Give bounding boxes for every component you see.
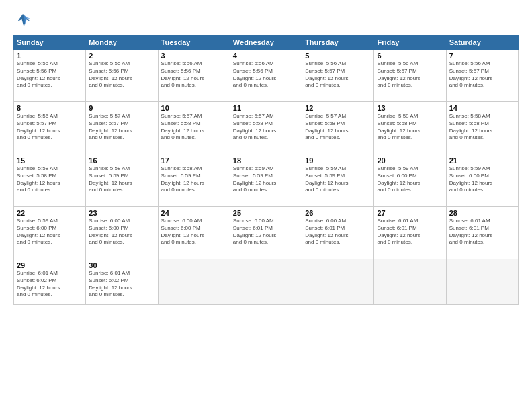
day-number: 19 (305, 156, 371, 165)
day-number: 11 (233, 104, 299, 112)
day-number: 17 (161, 156, 227, 165)
calendar-week-4: 29Sunrise: 6:01 AM Sunset: 6:02 PM Dayli… (14, 259, 519, 305)
calendar-cell: 12Sunrise: 5:57 AM Sunset: 5:58 PM Dayli… (302, 102, 374, 154)
day-number: 13 (377, 104, 443, 112)
calendar-header-sunday: Sunday (14, 36, 86, 50)
calendar-cell: 20Sunrise: 5:59 AM Sunset: 6:00 PM Dayli… (374, 154, 446, 207)
day-info: Sunrise: 5:56 AM Sunset: 5:56 PM Dayligh… (233, 60, 299, 89)
calendar-cell (446, 259, 518, 305)
calendar-cell: 26Sunrise: 6:00 AM Sunset: 6:01 PM Dayli… (302, 207, 374, 259)
day-info: Sunrise: 5:59 AM Sunset: 6:00 PM Dayligh… (17, 218, 83, 246)
calendar-cell (374, 259, 446, 305)
calendar-table: SundayMondayTuesdayWednesdayThursdayFrid… (13, 35, 519, 305)
day-number: 26 (305, 209, 371, 217)
day-number: 21 (449, 156, 515, 165)
day-info: Sunrise: 5:56 AM Sunset: 5:57 PM Dayligh… (305, 60, 371, 89)
day-info: Sunrise: 6:00 AM Sunset: 6:00 PM Dayligh… (89, 218, 154, 246)
day-number: 30 (89, 261, 154, 269)
day-number: 6 (377, 52, 443, 60)
day-info: Sunrise: 5:57 AM Sunset: 5:58 PM Dayligh… (161, 113, 227, 142)
day-info: Sunrise: 5:57 AM Sunset: 5:58 PM Dayligh… (233, 113, 299, 142)
day-number: 23 (89, 209, 154, 217)
calendar-cell: 15Sunrise: 5:58 AM Sunset: 5:58 PM Dayli… (14, 154, 86, 207)
calendar-cell: 5Sunrise: 5:56 AM Sunset: 5:57 PM Daylig… (302, 50, 374, 102)
calendar-week-0: 1Sunrise: 5:55 AM Sunset: 5:56 PM Daylig… (14, 50, 519, 102)
calendar-cell: 19Sunrise: 5:59 AM Sunset: 5:59 PM Dayli… (302, 154, 374, 207)
calendar-cell: 11Sunrise: 5:57 AM Sunset: 5:58 PM Dayli… (230, 102, 302, 154)
day-info: Sunrise: 5:58 AM Sunset: 5:58 PM Dayligh… (17, 165, 83, 194)
day-number: 29 (17, 261, 83, 269)
day-info: Sunrise: 6:01 AM Sunset: 6:02 PM Dayligh… (89, 270, 154, 299)
calendar-cell: 24Sunrise: 6:00 AM Sunset: 6:00 PM Dayli… (158, 207, 230, 259)
day-info: Sunrise: 5:56 AM Sunset: 5:56 PM Dayligh… (161, 60, 227, 89)
day-number: 8 (17, 104, 83, 112)
day-number: 1 (17, 52, 83, 60)
day-info: Sunrise: 6:01 AM Sunset: 6:01 PM Dayligh… (377, 218, 443, 246)
calendar-cell: 25Sunrise: 6:00 AM Sunset: 6:01 PM Dayli… (230, 207, 302, 259)
calendar-cell: 17Sunrise: 5:58 AM Sunset: 5:59 PM Dayli… (158, 154, 230, 207)
day-info: Sunrise: 6:01 AM Sunset: 6:02 PM Dayligh… (17, 270, 83, 299)
calendar-cell: 3Sunrise: 5:56 AM Sunset: 5:56 PM Daylig… (158, 50, 230, 102)
calendar-cell: 8Sunrise: 5:56 AM Sunset: 5:57 PM Daylig… (14, 102, 86, 154)
calendar-cell: 29Sunrise: 6:01 AM Sunset: 6:02 PM Dayli… (14, 259, 86, 305)
day-info: Sunrise: 6:01 AM Sunset: 6:01 PM Dayligh… (449, 218, 515, 246)
calendar-header-friday: Friday (374, 36, 446, 50)
day-info: Sunrise: 6:00 AM Sunset: 6:00 PM Dayligh… (161, 218, 227, 246)
calendar-cell: 22Sunrise: 5:59 AM Sunset: 6:00 PM Dayli… (14, 207, 86, 259)
calendar-cell: 16Sunrise: 5:58 AM Sunset: 5:59 PM Dayli… (86, 154, 158, 207)
calendar-header-wednesday: Wednesday (230, 36, 302, 50)
calendar-cell: 14Sunrise: 5:58 AM Sunset: 5:58 PM Dayli… (446, 102, 518, 154)
calendar-cell: 27Sunrise: 6:01 AM Sunset: 6:01 PM Dayli… (374, 207, 446, 259)
calendar-cell: 6Sunrise: 5:56 AM Sunset: 5:57 PM Daylig… (374, 50, 446, 102)
day-number: 20 (377, 156, 443, 165)
calendar-header-tuesday: Tuesday (158, 36, 230, 50)
day-info: Sunrise: 5:57 AM Sunset: 5:58 PM Dayligh… (305, 113, 371, 142)
day-number: 16 (89, 156, 154, 165)
calendar-cell: 4Sunrise: 5:56 AM Sunset: 5:56 PM Daylig… (230, 50, 302, 102)
page: SundayMondayTuesdayWednesdayThursdayFrid… (0, 0, 532, 411)
calendar-cell: 1Sunrise: 5:55 AM Sunset: 5:56 PM Daylig… (14, 50, 86, 102)
day-info: Sunrise: 6:00 AM Sunset: 6:01 PM Dayligh… (305, 218, 371, 246)
calendar-cell: 18Sunrise: 5:59 AM Sunset: 5:59 PM Dayli… (230, 154, 302, 207)
day-number: 15 (17, 156, 83, 165)
calendar-cell (230, 259, 302, 305)
day-info: Sunrise: 5:57 AM Sunset: 5:57 PM Dayligh… (89, 113, 154, 142)
day-number: 5 (305, 52, 371, 60)
day-number: 2 (89, 52, 154, 60)
day-info: Sunrise: 5:56 AM Sunset: 5:57 PM Dayligh… (17, 113, 83, 142)
day-info: Sunrise: 5:55 AM Sunset: 5:56 PM Dayligh… (89, 60, 154, 89)
svg-marker-0 (17, 14, 30, 27)
day-info: Sunrise: 5:58 AM Sunset: 5:59 PM Dayligh… (161, 165, 227, 194)
day-info: Sunrise: 5:59 AM Sunset: 5:59 PM Dayligh… (305, 165, 371, 194)
calendar-header-saturday: Saturday (446, 36, 518, 50)
calendar-cell: 28Sunrise: 6:01 AM Sunset: 6:01 PM Dayli… (446, 207, 518, 259)
day-number: 14 (449, 104, 515, 112)
day-number: 12 (305, 104, 371, 112)
calendar-cell: 13Sunrise: 5:58 AM Sunset: 5:58 PM Dayli… (374, 102, 446, 154)
day-info: Sunrise: 5:58 AM Sunset: 5:59 PM Dayligh… (89, 165, 154, 194)
day-info: Sunrise: 6:00 AM Sunset: 6:01 PM Dayligh… (233, 218, 299, 246)
day-number: 10 (161, 104, 227, 112)
calendar-week-2: 15Sunrise: 5:58 AM Sunset: 5:58 PM Dayli… (14, 154, 519, 207)
calendar-cell (302, 259, 374, 305)
calendar-header-thursday: Thursday (302, 36, 374, 50)
day-number: 25 (233, 209, 299, 217)
day-info: Sunrise: 5:58 AM Sunset: 5:58 PM Dayligh… (377, 113, 443, 142)
calendar-header-monday: Monday (86, 36, 158, 50)
day-number: 24 (161, 209, 227, 217)
day-number: 3 (161, 52, 227, 60)
calendar-week-3: 22Sunrise: 5:59 AM Sunset: 6:00 PM Dayli… (14, 207, 519, 259)
logo (13, 12, 35, 31)
day-number: 7 (449, 52, 515, 60)
calendar-cell: 9Sunrise: 5:57 AM Sunset: 5:57 PM Daylig… (86, 102, 158, 154)
calendar-week-1: 8Sunrise: 5:56 AM Sunset: 5:57 PM Daylig… (14, 102, 519, 154)
calendar-cell: 30Sunrise: 6:01 AM Sunset: 6:02 PM Dayli… (86, 259, 158, 305)
day-info: Sunrise: 5:59 AM Sunset: 6:00 PM Dayligh… (449, 165, 515, 194)
day-number: 18 (233, 156, 299, 165)
header (13, 12, 519, 31)
day-info: Sunrise: 5:55 AM Sunset: 5:56 PM Dayligh… (17, 60, 83, 89)
day-info: Sunrise: 5:56 AM Sunset: 5:57 PM Dayligh… (377, 60, 443, 89)
calendar-cell (158, 259, 230, 305)
calendar-header-row: SundayMondayTuesdayWednesdayThursdayFrid… (14, 36, 519, 50)
calendar-cell: 2Sunrise: 5:55 AM Sunset: 5:56 PM Daylig… (86, 50, 158, 102)
